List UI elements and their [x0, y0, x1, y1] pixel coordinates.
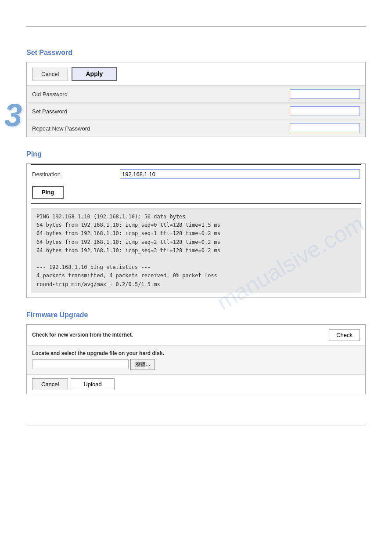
apply-button[interactable]: Apply — [72, 67, 117, 81]
form-toolbar: Cancel Apply — [27, 62, 365, 86]
destination-input[interactable] — [120, 169, 360, 179]
file-path-input[interactable] — [32, 359, 129, 369]
firmware-title: Firmware Upgrade — [26, 311, 366, 319]
firmware-cancel-button[interactable]: Cancel — [32, 378, 68, 390]
check-button[interactable]: Check — [329, 329, 360, 341]
file-input-row: 瀏覽... — [32, 359, 360, 370]
old-password-label: Old Password — [32, 91, 290, 98]
page-number: 3 — [4, 97, 22, 133]
locate-label: Locate and select the upgrade file on yo… — [32, 350, 360, 356]
ping-bottom-divider — [31, 203, 361, 204]
ping-line-3: 64 bytes from 192.168.1.10: icmp_seq=2 t… — [36, 238, 356, 247]
check-label: Check for new version from the Internet. — [32, 332, 329, 338]
upload-row: Locate and select the upgrade file on yo… — [27, 346, 365, 375]
ping-button[interactable]: Ping — [32, 186, 64, 199]
ping-line-5 — [36, 255, 356, 263]
set-password-label: Set Password — [32, 108, 290, 115]
ping-line-0: PING 192.168.1.10 (192.168.1.10): 56 dat… — [36, 213, 356, 221]
set-password-row: Set Password — [27, 103, 365, 120]
repeat-password-label: Repeat New Password — [32, 125, 290, 132]
ping-line-7: 4 packets transmitted, 4 packets receive… — [36, 272, 356, 280]
ping-line-2: 64 bytes from 192.168.1.10: icmp_seq=1 t… — [36, 229, 356, 238]
ping-button-row: Ping — [27, 183, 365, 203]
ping-form: Destination Ping PING 192.168.1.10 (192.… — [26, 163, 366, 298]
firmware-form: Check for new version from the Internet.… — [26, 324, 366, 394]
destination-label: Destination — [32, 171, 120, 178]
old-password-row: Old Password — [27, 86, 365, 103]
destination-row: Destination — [27, 165, 365, 183]
repeat-password-input[interactable] — [290, 123, 360, 133]
ping-output: PING 192.168.1.10 (192.168.1.10): 56 dat… — [31, 208, 361, 293]
set-password-input[interactable] — [290, 106, 360, 116]
bottom-divider — [26, 425, 366, 425]
ping-line-8: round-trip min/avg/max = 0.2/0.5/1.5 ms — [36, 280, 356, 289]
ping-title: Ping — [26, 150, 366, 158]
browse-button[interactable]: 瀏覽... — [130, 359, 155, 370]
password-fields: Old Password Set Password Repeat New Pas… — [27, 86, 365, 137]
set-password-form: Cancel Apply Old Password Set Password R… — [26, 62, 366, 137]
cancel-button[interactable]: Cancel — [32, 68, 68, 80]
ping-line-1: 64 bytes from 192.168.1.10: icmp_seq=0 t… — [36, 221, 356, 229]
check-row: Check for new version from the Internet.… — [27, 325, 365, 346]
repeat-password-row: Repeat New Password — [27, 120, 365, 137]
old-password-input[interactable] — [290, 89, 360, 99]
set-password-title: Set Password — [26, 49, 366, 57]
upload-button[interactable]: Upload — [71, 378, 114, 390]
ping-line-6: --- 192.168.1.10 ping statistics --- — [36, 263, 356, 272]
firmware-actions: Cancel Upload — [27, 375, 365, 394]
ping-line-4: 64 bytes from 192.168.1.10: icmp_seq=3 t… — [36, 247, 356, 255]
